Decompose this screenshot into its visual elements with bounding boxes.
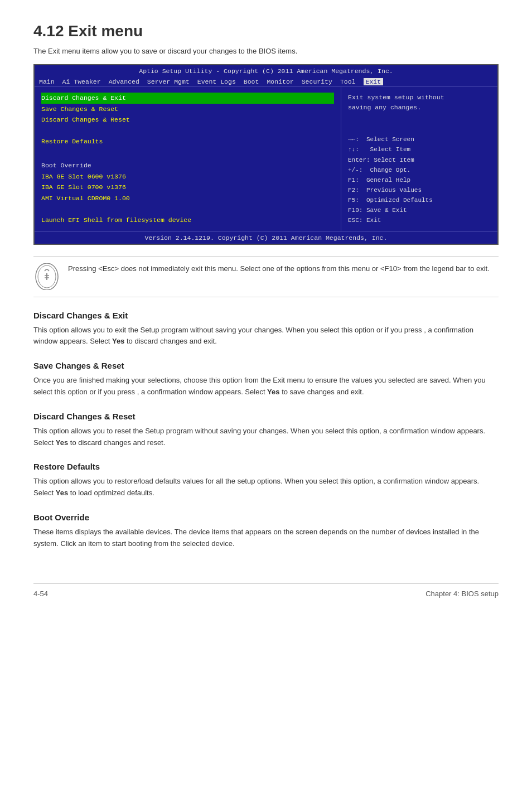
bios-item-iba-0600[interactable]: IBA GE Slot 0600 v1376 — [41, 171, 334, 182]
menu-main[interactable]: Main — [39, 78, 55, 85]
section-heading-save-reset: Save Changes & Reset — [33, 361, 499, 370]
bios-item-efi-shell[interactable]: Launch EFI Shell from filesystem device — [41, 215, 334, 226]
note-icon — [33, 263, 60, 290]
section-body-boot-override: These items displays the available devic… — [33, 526, 499, 550]
note-text: Pressing <Esc> does not immediately exit… — [68, 263, 490, 274]
bios-item-ami-cdrom[interactable]: AMI Virtual CDROM0 1.00 — [41, 193, 334, 204]
footer-chapter: Chapter 4: BIOS setup — [425, 590, 499, 598]
footer-page-number: 4-54 — [33, 590, 48, 598]
page-title: 4.12 Exit menu — [33, 22, 499, 40]
page-intro: The Exit menu items allow you to save or… — [33, 47, 499, 55]
section-body-save-reset: Once you are finished making your select… — [33, 375, 499, 398]
note-box: Pressing <Esc> does not immediately exit… — [33, 256, 499, 297]
sections-container: Discard Changes & ExitThis option allows… — [33, 311, 499, 550]
page-footer: 4-54 Chapter 4: BIOS setup — [33, 583, 499, 598]
section-heading-restore-defaults: Restore Defaults — [33, 462, 499, 471]
section-heading-discard-reset: Discard Changes & Reset — [33, 412, 499, 421]
bios-item-save-reset[interactable]: Save Changes & Reset — [41, 104, 334, 115]
bios-legend: →←: Select Screen ↑↓: Select Item Enter:… — [348, 134, 491, 225]
bios-item-iba-0700[interactable]: IBA GE Slot 0700 v1376 — [41, 182, 334, 193]
menu-event-logs[interactable]: Event Logs — [197, 78, 236, 85]
bios-item-restore-defaults[interactable]: Restore Defaults — [41, 136, 334, 147]
menu-ai-tweaker[interactable]: Ai Tweaker — [62, 78, 101, 85]
bios-content-area: Discard Changes & Exit Save Changes & Re… — [35, 86, 497, 231]
bios-right-panel: Exit system setup withoutsaving any chan… — [341, 87, 497, 231]
section-body-restore-defaults: This option allows you to restore/load d… — [33, 476, 499, 499]
bios-menubar[interactable]: Main Ai Tweaker Advanced Server Mgmt Eve… — [35, 77, 497, 86]
menu-advanced[interactable]: Advanced — [109, 78, 139, 85]
menu-server-mgmt[interactable]: Server Mgmt — [147, 78, 190, 85]
bios-item-discard-exit[interactable]: Discard Changes & Exit — [41, 93, 334, 104]
menu-exit[interactable]: Exit — [364, 78, 384, 85]
bios-footer: Version 2.14.1219. Copyright (C) 2011 Am… — [35, 231, 497, 244]
section-body-discard-reset: This option allows you to reset the Setu… — [33, 426, 499, 449]
bios-right-description: Exit system setup withoutsaving any chan… — [348, 93, 491, 113]
bios-header: Aptio Setup Utility - Copyright (C) 2011… — [35, 65, 497, 77]
bios-boot-override-label: Boot Override — [41, 160, 334, 171]
menu-security[interactable]: Security — [302, 78, 332, 85]
section-body-discard-exit: This option allows you to exit the Setup… — [33, 325, 499, 348]
bios-item-discard-reset[interactable]: Discard Changes & Reset — [41, 114, 334, 125]
section-heading-boot-override: Boot Override — [33, 513, 499, 522]
bios-left-panel: Discard Changes & Exit Save Changes & Re… — [35, 87, 341, 231]
menu-tool[interactable]: Tool — [340, 78, 356, 85]
bios-terminal: Aptio Setup Utility - Copyright (C) 2011… — [33, 64, 499, 245]
section-heading-discard-exit: Discard Changes & Exit — [33, 311, 499, 320]
menu-monitor[interactable]: Monitor — [267, 78, 293, 85]
menu-boot[interactable]: Boot — [244, 78, 259, 85]
